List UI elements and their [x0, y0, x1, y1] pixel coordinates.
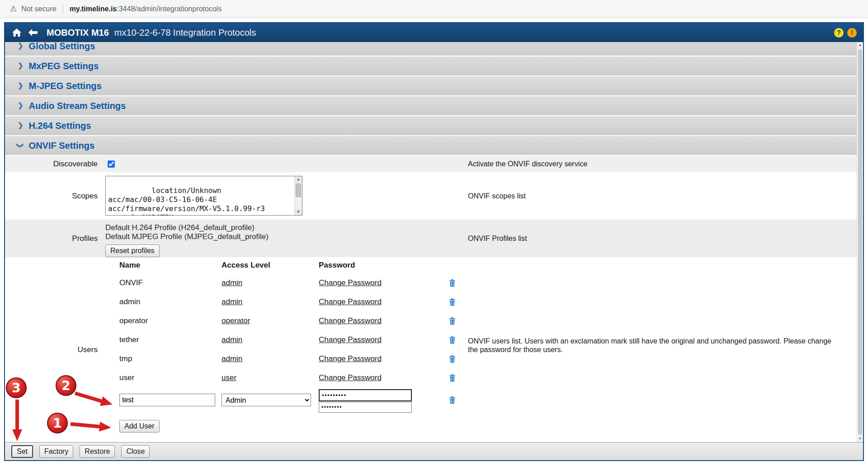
add-user-button[interactable]: Add User	[119, 420, 160, 433]
page-title: mx10-22-6-78 Integration Protocols	[114, 28, 256, 38]
restore-button[interactable]: Restore	[80, 445, 115, 458]
change-password-link[interactable]: Change Password	[319, 335, 449, 344]
trash-icon[interactable]	[449, 336, 456, 344]
home-icon[interactable]	[11, 28, 22, 38]
discoverable-row: Discoverable Activate the ONVIF discover…	[5, 156, 857, 172]
new-user-password-input[interactable]	[319, 389, 412, 401]
help-icon[interactable]: ?	[834, 28, 844, 38]
access-level-link[interactable]: user	[222, 373, 319, 382]
alert-icon[interactable]: !	[847, 28, 857, 38]
section-audio-stream-settings[interactable]: ❯ Audio Stream Settings	[5, 96, 857, 115]
access-level-link[interactable]: admin	[222, 297, 319, 306]
change-password-link[interactable]: Change Password	[319, 297, 449, 306]
textarea-scrollbar[interactable]: ▲ ▼	[294, 176, 302, 215]
user-name: tether	[119, 335, 222, 344]
url-path: :3448/admin/integrationprotocols	[117, 5, 222, 13]
trash-icon[interactable]	[449, 396, 456, 404]
new-user-row: Admin	[119, 387, 467, 413]
scroll-up-icon[interactable]: ▲	[857, 42, 863, 48]
table-row: tmp admin Change Password	[119, 349, 467, 368]
users-label: Users	[5, 345, 98, 354]
trash-icon[interactable]	[449, 298, 456, 306]
back-arrow-icon[interactable]	[28, 28, 38, 38]
section-global-settings[interactable]: ❯ Global Settings	[5, 42, 857, 56]
section-mxpeg-settings[interactable]: ❯ MxPEG Settings	[5, 56, 857, 75]
step-badge-2: 2	[56, 375, 76, 396]
change-password-link[interactable]: Change Password	[319, 373, 449, 382]
reset-profiles-button[interactable]: Reset profiles	[105, 245, 160, 257]
users-description: ONVIF users list. Users with an exclamat…	[468, 337, 840, 354]
scroll-up-icon[interactable]: ▲	[295, 176, 302, 183]
step-badge-3: 3	[6, 377, 27, 398]
access-level-link[interactable]: admin	[222, 335, 319, 344]
not-secure-label: Not secure	[21, 5, 56, 13]
scopes-description: ONVIF scopes list	[468, 192, 526, 200]
vertical-scrollbar[interactable]: ▲ ▼	[857, 42, 863, 442]
trash-icon[interactable]	[449, 374, 456, 382]
user-name: operator	[119, 316, 222, 325]
step-badge-1: 1	[47, 413, 68, 433]
set-button[interactable]: Set	[11, 445, 33, 458]
section-onvif-settings[interactable]: ❯ ONVIF Settings	[5, 136, 857, 155]
discoverable-checkbox[interactable]	[108, 160, 115, 168]
change-password-link[interactable]: Change Password	[319, 316, 449, 325]
profile-h264: Default H.264 Profile (H264_default_prof…	[105, 223, 269, 232]
discoverable-description: Activate the ONVIF discovery service	[468, 160, 587, 168]
address-separator	[63, 5, 63, 14]
security-warning-icon: ⚠	[10, 4, 17, 14]
trash-icon[interactable]	[449, 355, 456, 363]
chevron-right-icon: ❯	[18, 121, 24, 129]
users-table-header: Name Access Level Password	[119, 257, 467, 273]
close-button[interactable]: Close	[121, 445, 150, 458]
user-name: admin	[119, 297, 222, 306]
new-user-access-select[interactable]: Admin	[222, 394, 311, 406]
footer-button-bar: Set Factory Restore Close	[5, 442, 863, 460]
factory-button[interactable]: Factory	[39, 445, 73, 458]
scopes-row: Scopes location/Unknown acc/mac/00-03-C5…	[5, 172, 857, 220]
scrollbar-thumb[interactable]	[858, 49, 862, 435]
scopes-text: location/Unknown acc/mac/00-03-C5-16-06-…	[108, 186, 265, 216]
table-row: ONVIF admin Change Password	[119, 273, 467, 292]
table-row: operator operator Change Password	[119, 311, 467, 330]
profile-mjpeg: Default MJPEG Profile (MJPEG_default_pro…	[105, 232, 269, 241]
change-password-link[interactable]: Change Password	[319, 354, 449, 363]
section-h264-settings[interactable]: ❯ H.264 Settings	[5, 116, 857, 135]
section-mjpeg-settings[interactable]: ❯ M-JPEG Settings	[5, 76, 857, 95]
new-user-password-confirm-input[interactable]	[319, 402, 412, 413]
users-row: Users Name Access Level Password ONVIF a…	[5, 257, 857, 442]
scroll-down-icon[interactable]: ▼	[857, 436, 863, 442]
scrollbar-thumb[interactable]	[296, 184, 301, 197]
url-host: my.timeline.is	[70, 5, 117, 13]
trash-icon[interactable]	[449, 317, 456, 325]
profiles-row: Profiles Default H.264 Profile (H264_def…	[5, 220, 857, 257]
chevron-right-icon: ❯	[18, 61, 24, 70]
table-row: user user Change Password	[119, 368, 467, 387]
app-titlebar: MOBOTIX M16 mx10-22-6-78 Integration Pro…	[5, 23, 863, 42]
change-password-link[interactable]: Change Password	[319, 278, 449, 287]
app-brand: MOBOTIX M16	[47, 28, 109, 38]
chevron-down-icon: ❯	[16, 143, 24, 149]
access-level-link[interactable]: admin	[222, 354, 319, 363]
access-level-link[interactable]: admin	[222, 278, 319, 287]
new-user-name-input[interactable]	[119, 394, 215, 406]
user-name: user	[119, 373, 222, 382]
column-password: Password	[319, 261, 449, 270]
chevron-right-icon: ❯	[18, 42, 24, 50]
trash-icon[interactable]	[449, 279, 456, 287]
table-row: admin admin Change Password	[119, 292, 467, 311]
discoverable-label: Discoverable	[5, 160, 98, 169]
browser-address-bar[interactable]: ⚠ Not secure my.timeline.is :3448/admin/…	[0, 0, 868, 18]
scopes-textarea[interactable]: location/Unknown acc/mac/00-03-C5-16-06-…	[105, 176, 302, 216]
profiles-description: ONVIF Profiles list	[468, 235, 527, 243]
scroll-down-icon[interactable]: ▼	[295, 209, 302, 215]
access-level-link[interactable]: operator	[222, 316, 319, 325]
column-name: Name	[119, 261, 222, 270]
settings-scroll-area: ❯ Global Settings ❯ MxPEG Settings ❯ M-J…	[5, 42, 863, 442]
column-access-level: Access Level	[222, 261, 319, 270]
user-name: tmp	[119, 354, 222, 363]
table-row: tether admin Change Password	[119, 330, 467, 349]
camera-admin-frame: MOBOTIX M16 mx10-22-6-78 Integration Pro…	[4, 22, 864, 461]
chevron-right-icon: ❯	[18, 81, 24, 89]
profiles-label: Profiles	[5, 234, 98, 243]
chevron-right-icon: ❯	[18, 101, 24, 109]
